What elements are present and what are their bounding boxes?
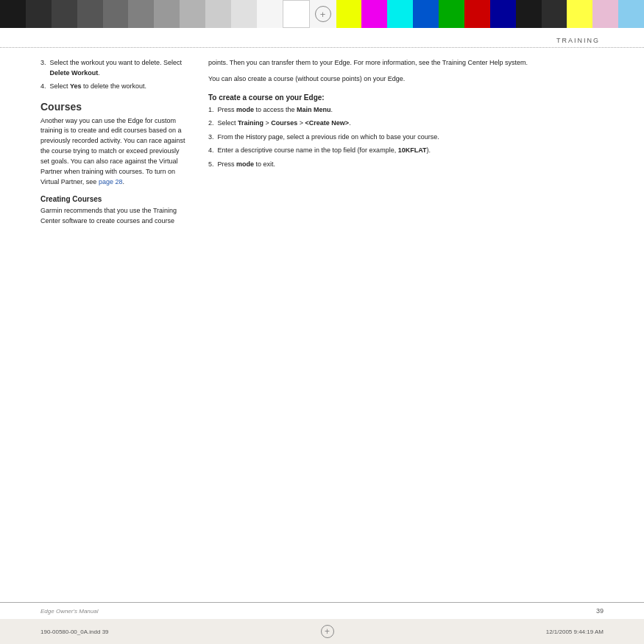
swatch-4 <box>77 0 103 28</box>
step-3-text: From the History page, select a previous… <box>218 132 439 143</box>
list-item-4: 4. Select Yes to delete the workout. <box>40 82 188 92</box>
right-step-2: 2. Select Training > Courses > <Create N… <box>208 118 604 129</box>
page-footer: Edge Owner's Manual 39 <box>0 602 644 619</box>
page-header: Training <box>0 28 644 48</box>
swatch-9 <box>205 0 231 28</box>
swatch-3 <box>52 0 77 28</box>
right-column: points. Then you can transfer them to yo… <box>208 48 604 602</box>
step-2-text: Select Training > Courses > <Create New>… <box>218 118 351 129</box>
right-step-4: 4. Enter a descriptive course name in th… <box>208 146 604 156</box>
content-area: 3. Select the workout you want to delete… <box>0 48 644 602</box>
swatch-5 <box>103 0 129 28</box>
right-step-1: 1. Press mode to access the Main Menu. <box>208 105 604 116</box>
footer-page-number: 39 <box>596 607 604 615</box>
step-4-num: 4. <box>208 146 214 156</box>
swatch-1 <box>0 0 26 28</box>
swatch-dk2 <box>542 0 567 28</box>
swatch-darkblue <box>490 0 516 28</box>
footer-manual-title: Edge Owner's Manual <box>40 608 98 615</box>
swatch-red <box>464 0 490 28</box>
swatch-cyan <box>387 0 413 28</box>
courses-heading: Courses <box>40 101 188 113</box>
creating-courses-body: Garmin recommends that you use the Train… <box>40 206 188 227</box>
step-4-text: Enter a descriptive course name in the t… <box>218 146 431 156</box>
crosshair-target: + <box>310 0 336 28</box>
item-4-text: Select Yes to delete the workout. <box>50 82 147 92</box>
swatch-8 <box>180 0 205 28</box>
item-3-num: 3. <box>40 58 46 78</box>
list-item-3: 3. Select the workout you want to delete… <box>40 58 188 78</box>
item-3-text: Select the workout you want to delete. S… <box>50 58 188 78</box>
swatch-magenta <box>361 0 387 28</box>
swatch-lt-blue <box>618 0 644 28</box>
creating-courses-heading: Creating Courses <box>40 195 188 203</box>
swatch-black2 <box>516 0 542 28</box>
step-5-num: 5. <box>208 160 214 170</box>
swatch-10 <box>231 0 257 28</box>
swatch-pink <box>592 0 618 28</box>
page-28-link[interactable]: page 28 <box>99 178 123 185</box>
create-course-heading: To create a course on your Edge: <box>208 93 604 102</box>
swatch-11 <box>257 0 283 28</box>
crosshair-bottom: + <box>321 625 334 638</box>
step-1-num: 1. <box>208 105 214 116</box>
page-wrapper: Training 3. Select the workout you want … <box>0 28 644 644</box>
step-3-num: 3. <box>208 132 214 143</box>
swatch-2 <box>26 0 52 28</box>
swatch-12 <box>283 0 310 28</box>
left-numbered-list: 3. Select the workout you want to delete… <box>40 58 188 92</box>
swatch-lt-yellow <box>567 0 592 28</box>
bottom-strip: 190-00580-00_0A.indd 39 + 12/1/2005 9:44… <box>0 619 644 644</box>
swatch-blue <box>413 0 439 28</box>
swatch-7 <box>154 0 180 28</box>
swatch-green <box>439 0 464 28</box>
bottom-left-text: 190-00580-00_0A.indd 39 <box>40 629 109 635</box>
item-4-num: 4. <box>40 82 46 92</box>
color-bar: + <box>0 0 644 28</box>
step-5-text: Press mode to exit. <box>218 160 276 170</box>
right-step-3: 3. From the History page, select a previ… <box>208 132 604 143</box>
right-intro: points. Then you can transfer them to yo… <box>208 58 604 68</box>
right-extra: You can also create a course (without co… <box>208 74 604 85</box>
bottom-right-text: 12/1/2005 9:44:19 AM <box>546 629 604 635</box>
left-column: 3. Select the workout you want to delete… <box>40 48 188 602</box>
swatch-6 <box>128 0 154 28</box>
section-title: Training <box>556 37 600 44</box>
right-numbered-list: 1. Press mode to access the Main Menu. 2… <box>208 105 604 170</box>
step-2-num: 2. <box>208 118 214 129</box>
right-step-5: 5. Press mode to exit. <box>208 160 604 170</box>
swatch-yellow <box>336 0 362 28</box>
step-1-text: Press mode to access the Main Menu. <box>218 105 333 116</box>
courses-body: Another way you can use the Edge for cus… <box>40 116 188 188</box>
